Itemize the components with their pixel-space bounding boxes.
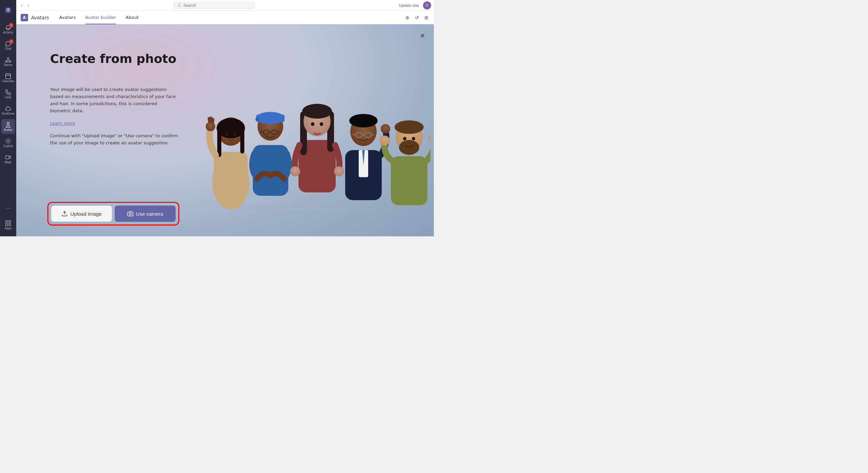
sidebar: T 2 Activity 1 Chat Teams Calendar <box>0 0 16 236</box>
main-title: Create from photo <box>50 51 179 66</box>
svg-point-58 <box>381 124 390 134</box>
svg-rect-2 <box>6 74 11 79</box>
svg-text:A: A <box>23 15 26 20</box>
learn-more-link[interactable]: Learn more <box>50 121 75 126</box>
svg-point-22 <box>233 133 237 136</box>
description-text: Your image will be used to create avatar… <box>50 86 179 114</box>
sidebar-item-calendar[interactable]: Calendar <box>1 70 15 85</box>
sidebar-item-label-meet: Meet <box>5 161 12 164</box>
tab-avatar-builder[interactable]: Avatar builder <box>81 11 121 24</box>
text-content: Create from photo Your image will be use… <box>50 51 179 147</box>
chat-badge: 1 <box>9 39 14 44</box>
main-area: ‹ › Update now U A Avatars Avatars <box>16 0 434 236</box>
sidebar-item-onedrive[interactable]: OneDrive <box>1 103 15 118</box>
svg-rect-20 <box>240 130 244 153</box>
app-tabbar: A Avatars Avatars Avatar builder About ⊕… <box>16 11 434 24</box>
svg-line-24 <box>208 118 209 122</box>
svg-rect-32 <box>255 118 259 121</box>
svg-point-61 <box>395 120 424 134</box>
sidebar-item-meet[interactable]: Meet <box>1 151 15 166</box>
app-logo: A <box>20 14 28 22</box>
back-button[interactable]: ‹ <box>19 2 24 8</box>
svg-rect-16 <box>214 152 248 199</box>
svg-point-67 <box>129 213 131 215</box>
tab-avatars[interactable]: Avatars <box>54 11 81 24</box>
update-button[interactable]: Update now <box>397 3 421 8</box>
sidebar-item-label-onedrive: OneDrive <box>2 113 15 115</box>
svg-rect-9 <box>6 224 8 226</box>
svg-rect-59 <box>391 156 427 205</box>
search-icon <box>177 3 181 7</box>
svg-text:T: T <box>7 8 9 12</box>
avatars-display <box>190 34 434 209</box>
svg-line-25 <box>210 117 210 121</box>
sidebar-item-apps[interactable]: Apps <box>1 217 15 232</box>
expand-icon-button[interactable]: ⊞ <box>423 14 430 22</box>
close-button[interactable]: ✕ <box>418 31 427 41</box>
upload-label: Upload image <box>70 211 102 217</box>
svg-point-43 <box>311 122 314 126</box>
activity-badge: 2 <box>9 23 14 28</box>
search-input[interactable] <box>183 3 244 8</box>
sidebar-item-label-apps: Apps <box>5 227 12 230</box>
user-avatar[interactable]: U <box>423 1 431 9</box>
sidebar-item-label-activity: Activity <box>3 31 13 34</box>
tab-about[interactable]: About <box>121 11 143 24</box>
upload-icon <box>62 211 68 217</box>
button-highlight-box: Upload image Use camera <box>47 202 179 226</box>
svg-line-57 <box>371 135 374 135</box>
svg-point-64 <box>412 137 415 140</box>
sidebar-item-teams[interactable]: Teams <box>1 54 15 69</box>
refresh-icon-button[interactable]: ↺ <box>414 14 420 22</box>
app-name: Avatars <box>31 15 49 20</box>
topbar: ‹ › Update now U <box>16 0 434 11</box>
sidebar-item-label-avatar: Avatar <box>4 129 13 132</box>
sidebar-item-copilot[interactable]: Copilot <box>1 135 15 150</box>
svg-rect-10 <box>9 224 11 226</box>
svg-point-42 <box>302 104 332 119</box>
avatars-svg <box>194 40 430 209</box>
sidebar-item-chat[interactable]: 1 Chat <box>1 38 15 53</box>
search-box <box>34 2 394 9</box>
nav-buttons: ‹ › <box>19 2 31 8</box>
sidebar-item-calls[interactable]: Calls <box>1 87 15 101</box>
svg-point-46 <box>290 166 300 176</box>
sidebar-item-label-chat: Chat <box>5 48 12 50</box>
use-camera-button[interactable]: Use camera <box>115 206 176 222</box>
sidebar-item-activity[interactable]: 2 Activity <box>1 22 15 37</box>
svg-point-45 <box>316 128 318 129</box>
sidebar-dots-more[interactable]: ··· <box>1 201 15 216</box>
svg-point-52 <box>349 114 378 127</box>
svg-rect-8 <box>9 221 11 223</box>
svg-line-27 <box>213 119 214 123</box>
svg-point-21 <box>225 133 228 136</box>
svg-point-44 <box>320 122 323 126</box>
svg-point-65 <box>380 136 390 146</box>
svg-rect-31 <box>256 115 285 122</box>
topbar-action-icons: ⊕ ↺ ⊞ <box>404 14 430 22</box>
topbar-right: Update now U <box>397 1 431 9</box>
sidebar-item-avatar[interactable]: Avatar <box>1 119 15 134</box>
pin-icon-button[interactable]: ⊕ <box>404 14 411 22</box>
buttons-area: Upload image Use camera <box>43 198 183 230</box>
upload-image-button[interactable]: Upload image <box>51 206 112 222</box>
svg-point-47 <box>334 166 344 176</box>
svg-line-56 <box>353 135 356 135</box>
svg-rect-7 <box>6 221 8 223</box>
svg-point-6 <box>7 140 9 142</box>
sidebar-item-label-teams: Teams <box>4 64 12 67</box>
camera-label: Use camera <box>136 211 163 217</box>
content-area: ✕ Create from photo Your image will be u… <box>16 24 434 236</box>
sidebar-teams-logo[interactable]: T <box>1 3 15 18</box>
svg-point-11 <box>178 4 180 6</box>
svg-point-63 <box>403 137 406 140</box>
sidebar-item-label-calendar: Calendar <box>2 80 14 83</box>
svg-point-66 <box>429 133 430 143</box>
sidebar-item-label-calls: Calls <box>5 96 11 99</box>
camera-icon <box>127 211 133 217</box>
forward-button[interactable]: › <box>26 2 31 8</box>
svg-rect-28 <box>253 145 288 196</box>
sidebar-item-label-copilot: Copilot <box>3 145 13 148</box>
search-container <box>174 2 255 9</box>
consent-text: Continue with "Upload image" or "Use cam… <box>50 133 179 147</box>
